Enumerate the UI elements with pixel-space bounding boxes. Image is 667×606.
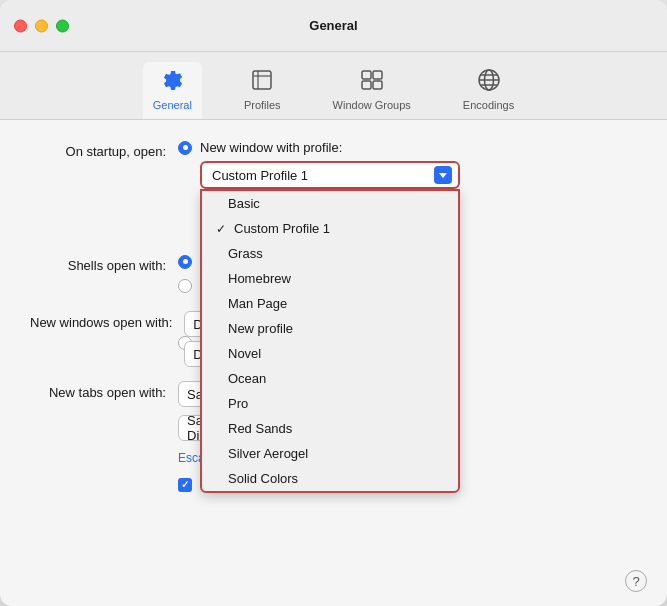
settings-content: On startup, open: New window with profil… xyxy=(0,120,667,522)
new-windows-label: New windows open with: xyxy=(30,311,184,333)
tab-window-groups[interactable]: Window Groups xyxy=(323,62,421,119)
profile-dropdown-value: Custom Profile 1 xyxy=(212,168,308,183)
gear-icon xyxy=(160,68,184,96)
encodings-icon xyxy=(477,68,501,96)
tab-profiles[interactable]: Profiles xyxy=(234,62,291,119)
menu-item-custom-profile-1[interactable]: Custom Profile 1 xyxy=(202,216,458,241)
window-groups-icon xyxy=(360,68,384,96)
menu-item-red-sands[interactable]: Red Sands xyxy=(202,416,458,441)
tab-general[interactable]: General xyxy=(143,62,202,119)
startup-label: On startup, open: xyxy=(30,140,178,162)
tab-encodings[interactable]: Encodings xyxy=(453,62,524,119)
startup-new-window-label: New window with profile: xyxy=(200,140,342,155)
menu-item-basic[interactable]: Basic xyxy=(202,191,458,216)
menu-item-ocean[interactable]: Ocean xyxy=(202,366,458,391)
menu-item-silver-aerogel[interactable]: Silver Aerogel xyxy=(202,441,458,466)
shells-label: Shells open with: xyxy=(30,254,178,276)
tab-general-label: General xyxy=(153,99,192,111)
help-button[interactable]: ? xyxy=(625,570,647,592)
profile-dropdown-wrapper: Custom Profile 1 Basic Custom Profile 1 … xyxy=(200,161,460,189)
startup-new-window-radio[interactable] xyxy=(178,141,192,155)
svg-rect-3 xyxy=(362,71,371,79)
tab-profiles-label: Profiles xyxy=(244,99,281,111)
shells-radio1[interactable] xyxy=(178,255,192,269)
main-window: General General Profiles xyxy=(0,0,667,606)
tab-window-groups-label: Window Groups xyxy=(333,99,411,111)
traffic-lights xyxy=(14,19,69,32)
svg-rect-0 xyxy=(253,71,271,89)
minimize-button[interactable] xyxy=(35,19,48,32)
svg-rect-6 xyxy=(373,81,382,89)
menu-item-pro[interactable]: Pro xyxy=(202,391,458,416)
startup-radio-row: New window with profile: xyxy=(178,140,637,155)
maximize-button[interactable] xyxy=(56,19,69,32)
profile-dropdown-arrow xyxy=(434,166,452,184)
profile-dropdown[interactable]: Custom Profile 1 xyxy=(200,161,460,189)
menu-item-grass[interactable]: Grass xyxy=(202,241,458,266)
new-tabs-label: New tabs open with: xyxy=(30,381,178,403)
switch-tabs-checkbox[interactable] xyxy=(178,478,192,492)
titlebar: General xyxy=(0,0,667,52)
menu-item-new-profile[interactable]: New profile xyxy=(202,316,458,341)
toolbar: General Profiles Window Gro xyxy=(0,52,667,120)
menu-item-man-page[interactable]: Man Page xyxy=(202,291,458,316)
close-button[interactable] xyxy=(14,19,27,32)
profile-dropdown-menu: Basic Custom Profile 1 Grass Homebrew Ma xyxy=(200,189,460,493)
window-title: General xyxy=(309,18,357,33)
menu-item-homebrew[interactable]: Homebrew xyxy=(202,266,458,291)
tab-encodings-label: Encodings xyxy=(463,99,514,111)
svg-rect-4 xyxy=(373,71,382,79)
menu-item-solid-colors[interactable]: Solid Colors xyxy=(202,466,458,491)
svg-rect-5 xyxy=(362,81,371,89)
profiles-icon xyxy=(250,68,274,96)
menu-item-novel[interactable]: Novel xyxy=(202,341,458,366)
shells-radio2[interactable] xyxy=(178,279,192,293)
